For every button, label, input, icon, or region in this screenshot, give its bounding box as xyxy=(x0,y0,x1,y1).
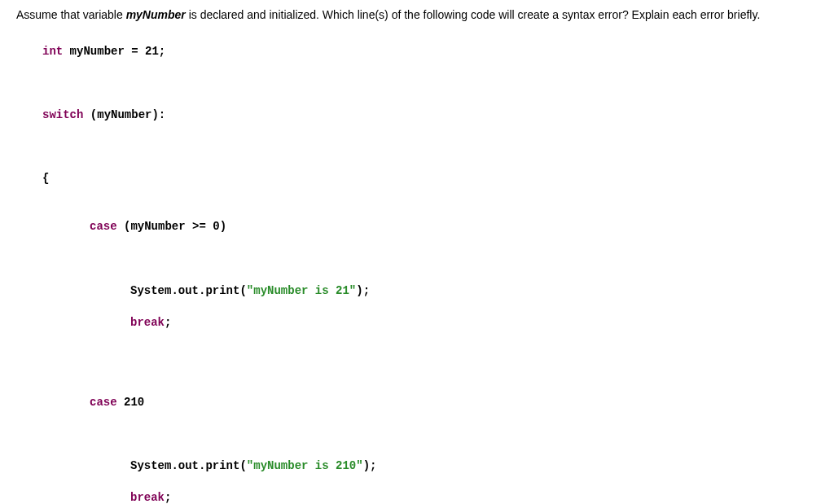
code-line: break; xyxy=(16,315,818,331)
code-line: int myNumber = 21; xyxy=(16,44,818,60)
keyword-case: case xyxy=(90,220,117,233)
blank-line xyxy=(16,76,818,92)
code-text: myNumber = 21; xyxy=(63,45,165,58)
code-text: 210 xyxy=(117,396,145,409)
code-line: case 210 xyxy=(16,395,818,411)
code-line: { xyxy=(16,171,818,187)
keyword-case: case xyxy=(90,396,117,409)
code-line: break; xyxy=(16,490,818,504)
blank-line xyxy=(16,427,818,443)
blank-line xyxy=(16,251,818,267)
brace-open: { xyxy=(42,172,49,185)
string-literal: "myNumber is 21" xyxy=(247,284,356,297)
keyword-break: break xyxy=(130,491,165,504)
code-line: switch (myNumber): xyxy=(16,107,818,124)
code-text: (myNumber): xyxy=(83,108,165,121)
keyword-int: int xyxy=(42,45,63,58)
code-line: case (myNumber >= 0) xyxy=(16,219,818,235)
blank-line xyxy=(16,347,818,363)
code-text: System.out.print( xyxy=(130,284,247,297)
code-line: System.out.print("myNumber is 21"); xyxy=(16,283,818,300)
code-text: (myNumber >= 0) xyxy=(117,220,226,233)
question-text: Assume that variable myNumber is declare… xyxy=(16,8,818,21)
code-text: ); xyxy=(356,284,370,297)
code-text: ); xyxy=(363,459,377,472)
code-text: ; xyxy=(165,316,171,329)
code-text: ; xyxy=(165,491,171,504)
question-suffix: is declared and initialized. Which line(… xyxy=(186,8,761,21)
question-prefix: Assume that variable xyxy=(16,8,126,21)
blank-line xyxy=(16,139,818,156)
string-literal: "myNumber is 210" xyxy=(247,459,363,472)
keyword-switch: switch xyxy=(42,108,83,121)
code-text: System.out.print( xyxy=(130,459,247,472)
keyword-break: break xyxy=(130,316,165,329)
code-line: System.out.print("myNumber is 210"); xyxy=(16,458,818,475)
code-block: int myNumber = 21; switch (myNumber): { … xyxy=(16,28,818,504)
question-varname: myNumber xyxy=(126,8,186,21)
